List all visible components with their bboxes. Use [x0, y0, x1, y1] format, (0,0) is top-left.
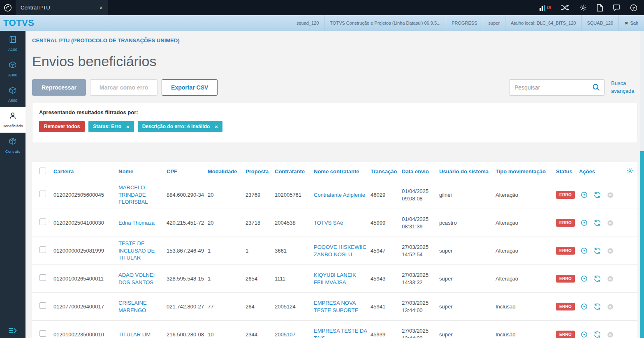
sidebar-item-beneficiario[interactable]: Beneficiário	[0, 107, 25, 133]
beneficiary-name-link[interactable]: TESTE DE INCLUSAO DE TITULAR	[118, 240, 155, 261]
row-checkbox[interactable]	[39, 330, 46, 337]
column-header[interactable]: Transação	[371, 162, 402, 181]
beneficiary-name-link[interactable]: CRISLAINE MARENGO	[118, 300, 147, 313]
status-badge: ERRO	[556, 331, 575, 338]
view-icon[interactable]	[579, 331, 589, 338]
contractor-name-link[interactable]: EMPRESA TESTE DA TAIS	[314, 328, 367, 338]
advanced-search-link[interactable]: Busca avançada	[611, 80, 637, 95]
column-header[interactable]: CPF	[167, 162, 208, 181]
column-header[interactable]: Data envio	[402, 162, 439, 181]
view-icon[interactable]	[579, 191, 589, 199]
cell-data-envio: 01/04/2025 09:08:08	[402, 181, 439, 209]
remove-filter-icon[interactable]: ×	[126, 124, 130, 129]
beneficiary-name-link[interactable]: TITULAR UM	[118, 331, 151, 338]
document-icon[interactable]	[597, 4, 603, 11]
column-header[interactable]: Contratante	[275, 162, 314, 181]
cancel-icon[interactable]	[605, 247, 615, 255]
cancel-icon[interactable]	[605, 191, 615, 199]
column-header[interactable]: Modalidade	[208, 162, 246, 181]
row-checkbox[interactable]	[39, 274, 46, 281]
cancel-icon[interactable]	[605, 303, 615, 310]
row-checkbox[interactable]	[39, 218, 46, 225]
logout-button[interactable]: ✖ Sair	[619, 15, 644, 31]
column-header[interactable]: Proposta	[246, 162, 275, 181]
contractor-name-link[interactable]: KIQYUBI LANEIK FEILMVAJSA	[314, 272, 356, 285]
column-header[interactable]: Nome contratante	[314, 162, 371, 181]
beneficiary-name-link[interactable]: Edna Thomaza	[118, 220, 155, 226]
column-header[interactable]: Ações	[579, 162, 626, 181]
cancel-icon[interactable]	[605, 275, 615, 283]
contractor-name-link[interactable]: EMPRESA NOVA TESTE SUPORTE	[314, 300, 358, 313]
search-box	[509, 79, 605, 96]
tab-title: Central PTU	[21, 5, 96, 11]
cancel-icon[interactable]	[605, 219, 615, 227]
reprocess-icon[interactable]	[592, 331, 602, 338]
cell-transacao: 45941	[371, 293, 402, 321]
menu-expand-icon[interactable]	[0, 327, 25, 334]
filter-chip[interactable]: Descrição do erro: é inválido×	[138, 121, 222, 132]
reprocess-icon[interactable]	[592, 275, 602, 283]
cell-proposta: 1	[246, 237, 275, 265]
reprocess-icon[interactable]	[592, 191, 602, 199]
cell-modalidade: 1	[208, 237, 246, 265]
view-icon[interactable]	[579, 275, 589, 283]
scrollbar-thumb[interactable]	[640, 151, 644, 338]
sidebar-item-contrato[interactable]: Contrato	[0, 133, 25, 158]
person-icon	[9, 112, 17, 122]
sidebar-item-a100[interactable]: A100	[0, 31, 25, 56]
select-all-checkbox[interactable]	[39, 168, 46, 174]
reprocess-icon[interactable]	[592, 303, 602, 310]
env-item-shortcut: Atalho local: DLC_64_BITS_120	[505, 15, 581, 31]
column-header[interactable]: Nome	[118, 162, 167, 181]
cell-tipo-movimentacao: Alteração	[496, 181, 556, 209]
row-checkbox[interactable]	[39, 246, 46, 253]
view-icon[interactable]	[579, 247, 589, 255]
mark-as-error-button[interactable]: Marcar como erro	[90, 79, 158, 96]
cell-contratante: 2005124	[275, 293, 314, 321]
help-icon[interactable]: ?	[630, 4, 637, 11]
reprocess-icon[interactable]	[592, 219, 602, 227]
sidebar-item-a800[interactable]: A800	[0, 82, 25, 107]
remove-all-filters-button[interactable]: Remover todos	[39, 121, 85, 132]
cell-cpf: 328.595.548-15	[167, 265, 208, 293]
contractor-name-link[interactable]: Contratante Adiplente	[314, 192, 365, 198]
filter-chip[interactable]: Status: Erro×	[88, 121, 134, 132]
search-input[interactable]	[509, 79, 605, 96]
tab-close-icon[interactable]: ×	[100, 5, 103, 11]
reprocess-button[interactable]: Reprocessar	[32, 79, 86, 96]
column-header[interactable]: Tipo movimentação	[496, 162, 556, 181]
export-csv-button[interactable]: Exportar CSV	[162, 79, 218, 96]
vertical-scrollbar[interactable]	[640, 31, 644, 338]
chat-icon[interactable]	[613, 4, 620, 11]
cancel-icon[interactable]	[605, 331, 615, 338]
metrics-chart-icon[interactable]: DI	[539, 5, 551, 11]
reprocess-icon[interactable]	[592, 247, 602, 255]
gear-icon[interactable]	[579, 4, 587, 11]
table-settings-icon[interactable]	[626, 169, 633, 175]
cell-data-envio: 27/03/2025 14:52:54	[402, 237, 439, 265]
view-icon[interactable]	[579, 219, 589, 227]
app-logo-icon[interactable]	[0, 0, 16, 15]
row-checkbox[interactable]	[39, 191, 46, 197]
beneficiary-name-link[interactable]: MARCELO TRINDADE FLORISBAL	[118, 184, 148, 205]
contractor-name-link[interactable]: TOTVS SAé	[314, 220, 343, 226]
search-icon[interactable]	[592, 83, 600, 93]
column-header[interactable]: Status	[556, 162, 579, 181]
beneficiary-name-link[interactable]: ADAO VOLNEI DOS SANTOS	[118, 272, 155, 285]
column-header[interactable]: Carteira	[53, 162, 118, 181]
filter-results-label: Apresentando resultados filtrados por:	[39, 109, 630, 115]
cell-modalidade: 20	[208, 181, 246, 209]
shuffle-icon[interactable]	[561, 5, 570, 11]
row-checkbox[interactable]	[39, 302, 46, 309]
cell-tipo-movimentacao: Alteração	[496, 265, 556, 293]
column-header[interactable]: Usuário do sistema	[439, 162, 496, 181]
breadcrumb[interactable]: CENTRAL PTU (PROTOCOLO DE TRANSAÇÕES UNI…	[32, 37, 637, 44]
contractor-name-link[interactable]: POQOVE HISKEWIIC ZANBO NOSLU	[314, 244, 366, 258]
view-icon[interactable]	[579, 303, 589, 310]
remove-filter-icon[interactable]: ×	[215, 124, 218, 129]
topbar-spacer	[108, 0, 539, 15]
sidebar-item-a300[interactable]: A300	[0, 56, 25, 82]
appbar: TOTVS squad_120 TOTVS Construção e Proje…	[0, 15, 644, 31]
tab-central-ptu[interactable]: Central PTU ×	[16, 0, 108, 15]
cube-icon	[9, 86, 17, 96]
